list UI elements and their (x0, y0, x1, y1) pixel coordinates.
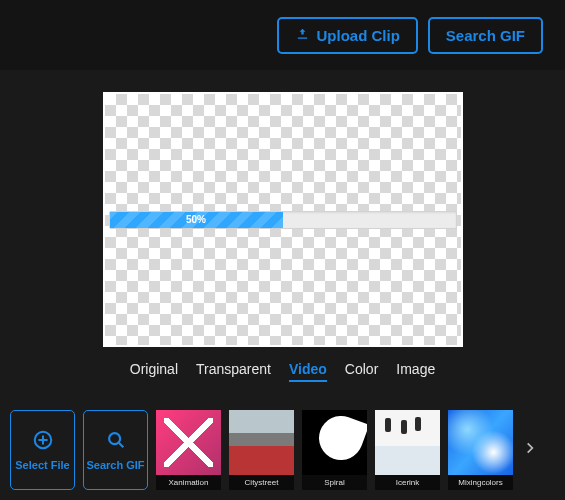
upload-clip-button[interactable]: Upload Clip (277, 17, 417, 54)
thumb-visual-citystreet (229, 410, 294, 475)
upload-clip-label: Upload Clip (316, 27, 399, 44)
header-toolbar: Upload Clip Search GIF (0, 0, 565, 70)
search-gif-label-header: Search GIF (446, 27, 525, 44)
tab-original[interactable]: Original (130, 361, 178, 382)
chevron-right-icon (523, 437, 537, 463)
search-icon (105, 429, 127, 453)
thumb-label-xanimation: Xanimation (156, 475, 221, 490)
tab-transparent[interactable]: Transparent (196, 361, 271, 382)
video-gallery: Select File Search GIF Xanimation Cityst… (0, 410, 565, 490)
thumb-visual-spiral (302, 410, 367, 475)
search-gif-label: Search GIF (86, 459, 144, 471)
progress-text: 50% (186, 214, 206, 225)
tab-video[interactable]: Video (289, 361, 327, 382)
thumb-xanimation[interactable]: Xanimation (156, 410, 221, 490)
select-file-button[interactable]: Select File (10, 410, 75, 490)
thumb-citystreet[interactable]: Citystreet (229, 410, 294, 490)
progress-bar: 50% (109, 211, 457, 229)
tab-color[interactable]: Color (345, 361, 378, 382)
thumb-label-spiral: Spiral (302, 475, 367, 490)
thumb-label-citystreet: Citystreet (229, 475, 294, 490)
search-gif-button[interactable]: Search GIF (83, 410, 148, 490)
thumb-spiral[interactable]: Spiral (302, 410, 367, 490)
background-tabs: Original Transparent Video Color Image (130, 361, 435, 382)
search-gif-button-header[interactable]: Search GIF (428, 17, 543, 54)
thumb-visual-mixingcolors (448, 410, 513, 475)
plus-circle-icon (32, 429, 54, 453)
thumb-label-icerink: Icerink (375, 475, 440, 490)
thumb-label-mixingcolors: Mixingcolors (448, 475, 513, 490)
svg-point-1 (109, 433, 120, 444)
preview-canvas[interactable]: 50% (103, 92, 463, 347)
thumb-visual-icerink (375, 410, 440, 475)
tab-image[interactable]: Image (396, 361, 435, 382)
select-file-label: Select File (15, 459, 69, 471)
main-area: 50% Original Transparent Video Color Ima… (0, 70, 565, 382)
thumb-mixingcolors[interactable]: Mixingcolors (448, 410, 513, 490)
progress-fill: 50% (110, 212, 283, 228)
gallery-next-button[interactable] (521, 410, 539, 490)
thumb-icerink[interactable]: Icerink (375, 410, 440, 490)
upload-icon (295, 27, 310, 44)
thumb-visual-xanimation (156, 410, 221, 475)
